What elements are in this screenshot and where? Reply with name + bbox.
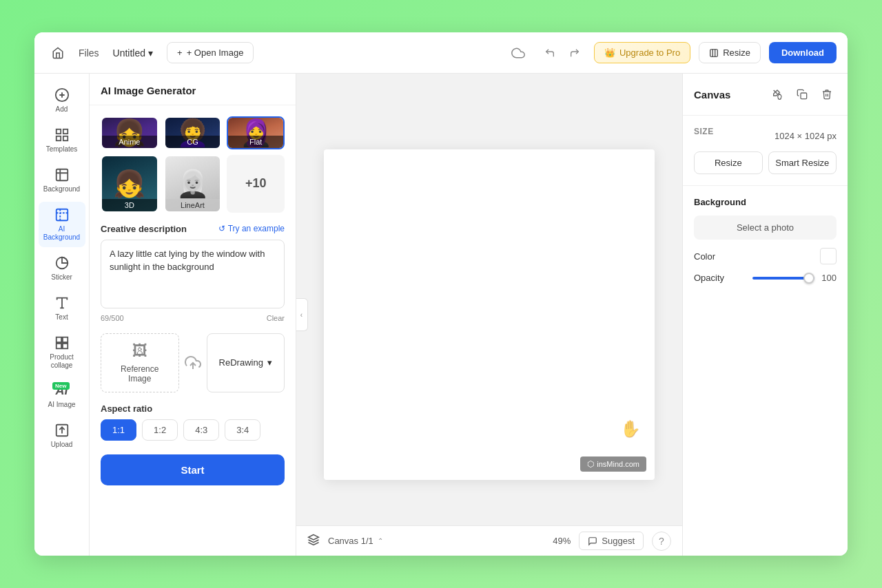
resize-header-button[interactable]: Resize [699, 42, 761, 63]
smart-resize-button[interactable]: Smart Resize [768, 151, 837, 174]
suggest-label: Suggest [602, 536, 635, 546]
canvas-label: Canvas 1/1 [328, 536, 373, 546]
sidebar-item-ai-background[interactable]: AI Background [39, 202, 85, 247]
canvas-info[interactable]: Canvas 1/1 ⌃ [328, 536, 383, 546]
new-badge: New [52, 382, 69, 390]
panel-body: 👧 Anime 👩‍🦱 CG 🧕 [90, 105, 296, 496]
sidebar-item-ai-image[interactable]: AI New AI Image [39, 378, 85, 414]
upload-arrow-icon [185, 333, 201, 392]
icon-sidebar: Add Templates Background [34, 74, 90, 556]
style-card-label: Anime [102, 136, 157, 148]
style-card-more[interactable]: +10 [227, 155, 285, 213]
svg-rect-18 [62, 344, 67, 348]
cursor-icon: ✋ [620, 419, 641, 439]
color-swatch[interactable] [820, 248, 837, 264]
size-section: Size 1024 × 1024 px Resize Smart Resize [683, 116, 848, 186]
style-card-cg[interactable]: 👩‍🦱 CG [164, 116, 222, 149]
svg-rect-7 [63, 129, 67, 134]
aspect-3-4[interactable]: 3:4 [225, 419, 260, 441]
aspect-1-2[interactable]: 1:2 [142, 419, 178, 441]
resize-panel-button[interactable]: Resize [694, 151, 763, 174]
shuffle-icon: ↺ [218, 224, 225, 233]
upgrade-button[interactable]: 👑 Upgrade to Pro [594, 42, 690, 63]
sidebar-item-label: Upload [51, 441, 73, 449]
sidebar-item-templates[interactable]: Templates [39, 122, 85, 159]
svg-rect-15 [56, 337, 61, 342]
sidebar-item-label: Sticker [51, 273, 72, 282]
svg-rect-10 [56, 169, 68, 181]
style-section: 👧 Anime 👩‍🦱 CG 🧕 [101, 116, 285, 213]
svg-rect-23 [801, 93, 807, 99]
trash-icon[interactable] [817, 85, 837, 104]
style-card-anime[interactable]: 👧 Anime [101, 116, 158, 149]
sidebar-item-label: Templates [46, 145, 78, 154]
canvas-frame: ✋ ⬡ insMind.com [324, 149, 655, 480]
sidebar-item-label: Text [55, 313, 68, 322]
start-button[interactable]: Start [101, 454, 285, 485]
svg-rect-17 [56, 344, 61, 348]
chevron-down-icon: ▾ [148, 48, 153, 59]
undo-button[interactable] [539, 42, 561, 64]
svg-rect-9 [63, 136, 67, 140]
description-textarea[interactable] [101, 240, 285, 308]
home-button[interactable] [45, 41, 70, 65]
sidebar-item-label: AI Background [43, 225, 81, 242]
svg-rect-8 [56, 136, 60, 140]
svg-rect-16 [62, 337, 67, 342]
opacity-label: Opacity [694, 273, 724, 283]
crown-icon: 👑 [604, 48, 615, 58]
files-menu[interactable]: Files [79, 48, 99, 59]
redrawing-card[interactable]: ReDrawing ▾ [207, 333, 285, 392]
svg-rect-0 [710, 49, 718, 56]
style-card-3d[interactable]: 👧 3D [101, 155, 158, 213]
clear-button[interactable]: Clear [267, 314, 285, 322]
sidebar-item-product-collage[interactable]: Product collage [39, 330, 85, 375]
paint-bucket-icon[interactable] [768, 85, 787, 104]
svg-rect-6 [56, 129, 60, 134]
main-content: Add Templates Background [34, 74, 848, 556]
background-title: Background [694, 197, 837, 207]
app-window: Files Untitled ▾ + + Open Image [34, 32, 848, 556]
watermark: ⬡ insMind.com [580, 456, 646, 472]
layers-button[interactable] [307, 534, 320, 549]
sidebar-item-label: Product collage [43, 353, 81, 370]
svg-marker-22 [309, 534, 319, 540]
right-panel-title: Canvas [694, 89, 730, 101]
duplicate-icon[interactable] [792, 85, 812, 104]
open-image-button[interactable]: + + Open Image [167, 42, 254, 63]
style-card-label: 3D [102, 199, 157, 211]
sidebar-item-text[interactable]: Text [39, 290, 85, 327]
right-panel: Canvas [682, 74, 848, 556]
download-button[interactable]: Download [769, 42, 837, 63]
sidebar-item-add[interactable]: Add [39, 82, 85, 119]
style-card-flat[interactable]: 🧕 Flat [227, 116, 285, 149]
color-label: Color [694, 251, 715, 262]
aspect-grid: 1:1 1:2 4:3 3:4 [101, 419, 285, 441]
try-example-button[interactable]: ↺ Try an example [218, 224, 285, 233]
style-card-label: CG [165, 136, 220, 148]
size-label: Size [694, 127, 714, 136]
suggest-button[interactable]: Suggest [579, 532, 644, 550]
cloud-button[interactable] [506, 41, 531, 65]
panel-title: AI Image Generator [90, 74, 296, 105]
plus-icon: + [177, 48, 183, 58]
redo-button[interactable] [564, 42, 586, 64]
background-section: Background Select a photo Color Opacity … [683, 186, 848, 294]
sidebar-item-sticker[interactable]: Sticker [39, 250, 85, 287]
opacity-slider[interactable] [752, 277, 814, 280]
collapse-button[interactable]: ‹ [296, 298, 308, 331]
aspect-1-1[interactable]: 1:1 [101, 419, 136, 441]
sidebar-item-upload[interactable]: Upload [39, 417, 85, 454]
reference-image-card[interactable]: 🖼 Reference Image [101, 333, 179, 392]
creative-description-section: Creative description ↺ Try an example 69… [101, 224, 285, 322]
title-dropdown[interactable]: Untitled ▾ [107, 45, 158, 61]
header: Files Untitled ▾ + + Open Image [34, 32, 848, 74]
select-photo-button[interactable]: Select a photo [694, 216, 837, 240]
style-card-lineart[interactable]: 👩‍🦳 LineArt [164, 155, 222, 213]
aspect-4-3[interactable]: 4:3 [183, 419, 219, 441]
bottom-bar: Canvas 1/1 ⌃ 49% Suggest ? [296, 525, 682, 556]
style-card-label: Flat [228, 136, 283, 148]
char-count: 69/500 [101, 314, 124, 322]
sidebar-item-background[interactable]: Background [39, 162, 85, 199]
help-button[interactable]: ? [652, 532, 671, 551]
